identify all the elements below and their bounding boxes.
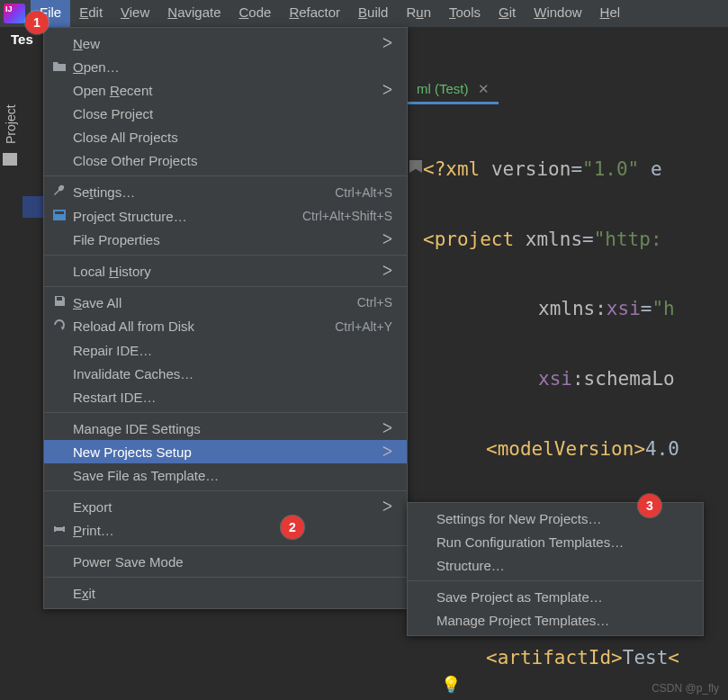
file-menu-close-project[interactable]: Close Project (44, 102, 407, 125)
menu-item-label: Settings… (73, 184, 308, 200)
menu-code[interactable]: Code (230, 0, 281, 27)
file-menu-project-structure[interactable]: Project Structure…Ctrl+Alt+Shift+S (44, 204, 407, 228)
menu-item-label: Structure… (436, 558, 688, 573)
file-menu-new[interactable]: Newᐳ (44, 31, 407, 55)
reload-icon (51, 318, 67, 335)
structure-icon (51, 209, 67, 224)
wrench-icon (51, 184, 67, 201)
menu-item-label: Save File as Template… (73, 468, 392, 483)
menu-run[interactable]: Run (397, 0, 440, 27)
file-menu-exit[interactable]: Exit (44, 581, 407, 605)
chevron-right-icon: ᐳ (382, 231, 392, 247)
menu-separator (44, 490, 407, 491)
menu-item-shortcut: Ctrl+Alt+Shift+S (302, 209, 392, 223)
file-menu-save-file-as-template[interactable]: Save File as Template… (44, 463, 407, 487)
menu-window[interactable]: Window (525, 0, 590, 27)
file-menu-settings[interactable]: Settings…Ctrl+Alt+S (44, 180, 407, 204)
tree-selection-stub (22, 196, 43, 218)
menu-edit[interactable]: Edit (70, 0, 112, 27)
annotation-badge-1: 1 (25, 11, 49, 34)
file-menu-print[interactable]: Print… (44, 518, 407, 542)
file-menu-save-all[interactable]: Save AllCtrl+S (44, 291, 407, 314)
bulb-icon[interactable]: 💡 (441, 675, 461, 695)
file-menu-new-projects-setup[interactable]: New Projects Setupᐳ (44, 440, 407, 463)
menu-item-label: Project Structure… (73, 209, 275, 224)
menu-item-label: Manage IDE Settings (73, 421, 355, 436)
menu-item-label: Run Configuration Templates… (436, 534, 688, 550)
menu-git[interactable]: Git (490, 0, 525, 27)
menu-item-label: Invalidate Caches… (73, 366, 392, 381)
file-menu: NewᐳOpen…Open RecentᐳClose ProjectClose … (43, 27, 408, 609)
menu-item-label: Reload All from Disk (73, 319, 308, 334)
menu-tools[interactable]: Tools (440, 0, 490, 27)
menu-item-label: New (73, 36, 355, 51)
file-menu-invalidate-caches[interactable]: Invalidate Caches… (44, 362, 407, 385)
menu-item-label: Local History (73, 264, 355, 279)
file-menu-repair-ide[interactable]: Repair IDE… (44, 338, 407, 362)
submenu-structure[interactable]: Structure… (408, 553, 703, 577)
menu-item-label: Manage Project Templates… (436, 613, 688, 628)
file-menu-file-properties[interactable]: File Propertiesᐳ (44, 228, 407, 251)
project-name-stub: Tes (11, 31, 33, 47)
menu-bar: IJ FileEditViewNavigateCodeRefactorBuild… (0, 0, 728, 27)
menu-separator (44, 577, 407, 578)
submenu-run-configuration-templates[interactable]: Run Configuration Templates… (408, 530, 703, 553)
editor-tab-name: ml (Test) (417, 81, 469, 96)
menu-item-label: Exit (73, 586, 392, 601)
file-menu-export[interactable]: Exportᐳ (44, 495, 407, 518)
menu-view[interactable]: View (112, 0, 158, 27)
menu-separator (44, 545, 407, 546)
file-menu-local-history[interactable]: Local Historyᐳ (44, 259, 407, 283)
print-icon (51, 523, 67, 538)
menu-refactor[interactable]: Refactor (280, 0, 349, 27)
file-menu-close-other-projects[interactable]: Close Other Projects (44, 148, 407, 172)
close-icon[interactable]: ✕ (478, 81, 490, 97)
open-icon (51, 59, 67, 75)
new-projects-setup-submenu: Settings for New Projects…Run Configurat… (407, 502, 704, 636)
menu-item-label: Restart IDE… (73, 390, 392, 405)
menu-item-label: Close Project (73, 106, 392, 121)
menu-build[interactable]: Build (349, 0, 397, 27)
menu-item-label: Save All (73, 295, 330, 310)
editor-tab[interactable]: ml (Test) ✕ (408, 76, 499, 104)
folder-icon (3, 153, 17, 166)
chevron-right-icon: ᐳ (382, 263, 392, 279)
file-menu-open[interactable]: Open… (44, 55, 407, 78)
menu-item-label: Close All Projects (73, 130, 392, 145)
chevron-right-icon: ᐳ (382, 82, 392, 98)
chevron-right-icon: ᐳ (382, 444, 392, 460)
menu-item-label: New Projects Setup (73, 444, 355, 460)
watermark: CSDN @p_fly (652, 682, 719, 695)
save-icon (51, 294, 67, 310)
submenu-save-project-as-template[interactable]: Save Project as Template… (408, 585, 703, 608)
gutter-icon[interactable] (409, 160, 422, 173)
menu-item-label: Print… (73, 523, 392, 538)
menu-hel[interactable]: Hel (591, 0, 630, 27)
menu-item-label: File Properties (73, 232, 355, 247)
file-menu-manage-ide-settings[interactable]: Manage IDE Settingsᐳ (44, 417, 407, 440)
svg-rect-2 (57, 297, 62, 301)
file-menu-reload-all-from-disk[interactable]: Reload All from DiskCtrl+Alt+Y (44, 314, 407, 338)
file-menu-power-save-mode[interactable]: Power Save Mode (44, 550, 407, 573)
menu-item-shortcut: Ctrl+Alt+S (335, 185, 392, 200)
menu-navigate[interactable]: Navigate (158, 0, 229, 27)
app-icon: IJ (4, 4, 25, 23)
menu-item-label: Export (73, 499, 355, 515)
file-menu-open-recent[interactable]: Open Recentᐳ (44, 78, 407, 102)
chevron-right-icon: ᐳ (382, 420, 392, 436)
file-menu-restart-ide[interactable]: Restart IDE… (44, 385, 407, 408)
project-tool-window-label[interactable]: Project (4, 104, 18, 144)
menu-item-shortcut: Ctrl+Alt+Y (335, 319, 392, 334)
svg-rect-4 (56, 524, 63, 527)
file-menu-close-all-projects[interactable]: Close All Projects (44, 125, 407, 148)
svg-rect-1 (55, 211, 64, 214)
annotation-badge-3: 3 (638, 494, 661, 517)
menu-item-label: Open Recent (73, 83, 355, 98)
menu-item-label: Repair IDE… (73, 343, 392, 358)
chevron-right-icon: ᐳ (382, 35, 392, 51)
menu-separator (44, 175, 407, 176)
submenu-manage-project-templates[interactable]: Manage Project Templates… (408, 608, 703, 632)
menu-separator (44, 286, 407, 287)
menu-separator (408, 580, 703, 581)
annotation-badge-2: 2 (281, 516, 304, 539)
